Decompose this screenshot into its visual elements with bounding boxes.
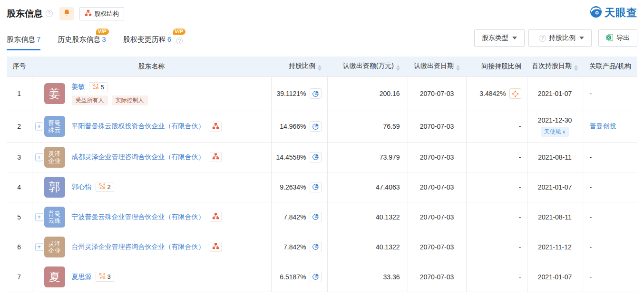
shareholder-name-link[interactable]: 姜敏: [72, 83, 85, 91]
subscribed-capital-cell: 73.979: [327, 142, 408, 172]
shareholding-pie-icon-button[interactable]: [310, 182, 322, 192]
holding-ratio-help-icon: ?: [539, 35, 546, 42]
shareholder-tag: 实际控制人: [112, 95, 148, 105]
column-header-capital-date[interactable]: 认缴出资日期: [408, 57, 466, 76]
column-header-label: 认缴出资日期: [414, 62, 454, 69]
indirect-ratio-cell: -: [466, 202, 527, 232]
subscribe-bell-button[interactable]: [59, 7, 74, 20]
equity-structure-icon-button[interactable]: [210, 122, 222, 132]
export-button[interactable]: 导出: [598, 29, 637, 47]
relation-count-badge[interactable]: 5: [89, 82, 107, 92]
shareholding-pie-icon-button[interactable]: [310, 152, 322, 162]
column-header-first-date[interactable]: 首次持股日期: [527, 57, 583, 76]
expand-row-button[interactable]: +: [35, 123, 43, 131]
shareholder-name-inner: +普曼云殊宁波普曼云殊企业管理合伙企业（有限合伙）: [32, 207, 271, 228]
tab-shareholder-info[interactable]: 股东信息7: [7, 35, 40, 51]
table-row: 5+普曼云殊宁波普曼云殊企业管理合伙企业（有限合伙）7.842%40.13222…: [7, 202, 637, 232]
shareholder-name-inner: 姜姜敏5受益所有人实际控制人: [32, 82, 271, 105]
sort-icon[interactable]: [396, 65, 400, 71]
column-header-capital[interactable]: 认缴出资额(万元): [327, 57, 408, 76]
org-chart-icon: [212, 123, 219, 131]
shareholder-name-inner: +灵泽企业成都灵泽企业管理咨询合伙企业（有限合伙）: [32, 147, 271, 168]
shareholder-name-link[interactable]: 平阳普曼殊云股权投资合伙企业（有限合伙）: [72, 122, 205, 131]
holding-ratio-wrap: 7.842%: [283, 242, 321, 252]
first-holding-date-value: 2021-01-07: [527, 90, 583, 97]
related-product-cell: -: [583, 76, 637, 111]
sort-icon[interactable]: [574, 65, 578, 71]
sort-asc-arrow: [318, 65, 322, 67]
first-holding-date-cell: 2021-08-11: [527, 202, 583, 232]
column-header-indirect-ratio: 间接持股比例: [466, 57, 527, 76]
relation-count-badge[interactable]: 3: [96, 272, 114, 282]
first-holding-date-cell: 2021-01-07: [527, 172, 583, 202]
related-product-cell: -: [583, 202, 637, 232]
shareholder-avatar: 郭: [44, 177, 65, 198]
tab-count: 7: [37, 35, 40, 43]
sort-icon[interactable]: [318, 65, 322, 71]
avatar-line: 殊云: [49, 126, 61, 133]
shareholder-name-link[interactable]: 郭心怡: [72, 183, 92, 191]
title-help-icon[interactable]: ?: [46, 10, 53, 17]
equity-structure-icon-button[interactable]: [210, 212, 222, 222]
expand-row-button[interactable]: +: [35, 243, 43, 251]
shareholder-tags: 受益所有人实际控制人: [72, 95, 148, 105]
tab-help-icon[interactable]: ?: [176, 38, 183, 44]
subscribed-capital-cell: 76.59: [327, 111, 408, 142]
column-header-ratio[interactable]: 持股比例: [271, 57, 327, 76]
capital-date-cell: 2070-07-03: [408, 172, 466, 202]
table-header: 序号股东名称持股比例认缴出资额(万元)认缴出资日期间接持股比例首次持股日期关联产…: [7, 57, 637, 76]
top-bar: 股东信息 ? 股权结构 天眼查: [7, 0, 637, 21]
shareholder-name-link[interactable]: 夏思源: [72, 273, 92, 281]
avatar-line: 普曼: [49, 210, 61, 217]
equity-structure-icon-button[interactable]: [210, 242, 222, 252]
shareholder-name-link[interactable]: 成都灵泽企业管理咨询合伙企业（有限合伙）: [72, 153, 205, 162]
shareholder-type-filter-button[interactable]: 股东类型: [474, 29, 525, 47]
holding-ratio-cell: 6.5187%: [271, 262, 327, 292]
shareholder-name-link[interactable]: 台州灵泽企业管理咨询合伙企业（有限合伙）: [72, 243, 205, 251]
shareholder-name-link[interactable]: 宁波普曼云殊企业管理合伙企业（有限合伙）: [72, 213, 205, 221]
sort-icon[interactable]: [456, 65, 460, 71]
shareholding-pie-icon-button[interactable]: [310, 121, 322, 132]
shareholder-name-block: 台州灵泽企业管理咨询合伙企业（有限合伙）: [72, 242, 222, 252]
relation-graph-icon: [99, 273, 106, 281]
related-product-value: -: [590, 273, 592, 281]
avatar-line: 企业: [49, 157, 61, 164]
equity-structure-button[interactable]: 股权结构: [79, 7, 124, 20]
shareholding-pie-icon-button[interactable]: [310, 88, 322, 99]
shareholder-name-cell: 郭郭心怡2: [32, 172, 271, 202]
holding-ratio-value: 7.842%: [283, 213, 306, 221]
funding-round-label: 天使轮: [544, 128, 561, 136]
tab-equity-change-history[interactable]: 股权变更历程6 ? VIP: [123, 35, 183, 51]
first-holding-date-value: 2021-11-12: [527, 243, 583, 251]
first-holding-date-value: 2021-12-30: [527, 116, 583, 124]
shareholding-pie-icon-button[interactable]: [310, 272, 322, 282]
related-product-link[interactable]: 普曼创投: [590, 122, 616, 130]
equity-structure-icon-button[interactable]: [210, 152, 222, 162]
tab-history-shareholders[interactable]: 历史股东信息3 VIP: [58, 35, 106, 51]
shareholder-avatar: 灵泽企业: [44, 147, 65, 168]
holding-ratio-cell: 7.842%: [271, 232, 327, 262]
column-header-index: 序号: [7, 57, 32, 76]
indirect-equity-icon-button[interactable]: [509, 88, 521, 99]
holding-ratio-wrap: 14.4558%: [276, 152, 321, 162]
avatar-line: 灵泽: [49, 150, 61, 157]
relation-count-badge[interactable]: 2: [96, 182, 114, 192]
shareholding-pie-icon-button[interactable]: [310, 242, 322, 252]
caret-down-icon: ∨: [562, 129, 566, 134]
relation-count: 5: [101, 84, 104, 91]
expand-row-button[interactable]: +: [35, 153, 43, 161]
holding-ratio-filter-button[interactable]: ? 持股比例: [528, 29, 592, 47]
first-holding-date-cell: 2021-11-12: [527, 232, 583, 262]
shareholder-name-block: 夏思源3: [72, 272, 114, 282]
relation-count: 3: [107, 273, 111, 280]
expand-row-button[interactable]: +: [35, 213, 43, 221]
shareholder-name-inner: 郭郭心怡2: [32, 177, 271, 198]
brand-logo[interactable]: 天眼查: [590, 6, 637, 20]
shareholding-pie-icon-button[interactable]: [310, 212, 322, 222]
indirect-ratio-cell: -: [466, 142, 527, 172]
sort-desc-arrow: [318, 68, 322, 71]
sort-asc-arrow: [456, 65, 460, 67]
funding-round-tag[interactable]: 天使轮∨: [541, 127, 569, 137]
shareholders-table: 序号股东名称持股比例认缴出资额(万元)认缴出资日期间接持股比例首次持股日期关联产…: [7, 57, 637, 292]
row-index-cell: 6: [7, 232, 32, 262]
